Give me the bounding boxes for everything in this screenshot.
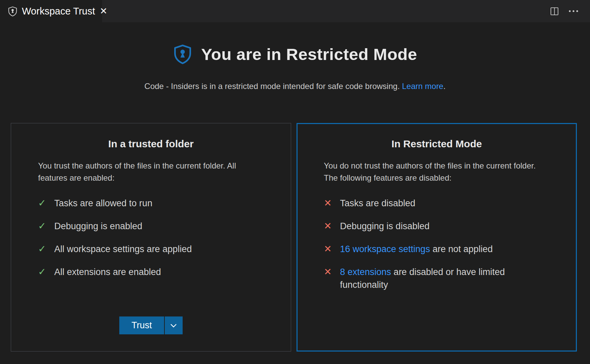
x-icon: ✕: [324, 220, 340, 233]
workspace-settings-link[interactable]: 16 workspace settings: [340, 244, 430, 254]
trusted-panel-title: In a trusted folder: [38, 138, 264, 150]
subtitle-period: .: [443, 82, 446, 91]
trusted-folder-panel[interactable]: In a trusted folder You trust the author…: [11, 123, 291, 352]
tab-workspace-trust[interactable]: Workspace Trust ✕: [0, 0, 102, 22]
restricted-feature-list: ✕ Tasks are disabled ✕ Debugging is disa…: [324, 197, 550, 301]
more-actions-icon[interactable]: [568, 9, 579, 13]
list-item: ✓ Tasks are allowed to run: [38, 197, 264, 210]
restricted-mode-hero: You are in Restricted Mode Code - Inside…: [0, 44, 590, 91]
x-icon: ✕: [324, 197, 340, 210]
restricted-panel-title: In Restricted Mode: [324, 138, 550, 150]
restricted-mode-shield-icon: [173, 44, 192, 65]
list-item: ✓ Debugging is enabled: [38, 220, 264, 233]
check-icon: ✓: [38, 220, 54, 233]
subtitle-text: Code - Insiders is in a restricted mode …: [145, 82, 402, 91]
learn-more-link[interactable]: Learn more: [402, 82, 443, 91]
trust-button[interactable]: Trust: [119, 316, 164, 334]
shield-icon: [7, 6, 18, 17]
editor-tab-bar: Workspace Trust ✕: [0, 0, 590, 22]
trust-button-row: Trust: [38, 316, 264, 334]
trust-dropdown-button[interactable]: [165, 316, 183, 334]
list-item: ✕ 16 workspace settings are not applied: [324, 243, 550, 255]
list-item-label: Debugging is enabled: [54, 220, 142, 233]
trusted-feature-list: ✓ Tasks are allowed to run ✓ Debugging i…: [38, 197, 264, 289]
page-title: You are in Restricted Mode: [201, 45, 417, 64]
list-item: ✓ All extensions are enabled: [38, 266, 264, 278]
list-item-label: All workspace settings are applied: [54, 243, 192, 255]
list-item: ✕ Debugging is disabled: [324, 220, 550, 233]
list-item-label: Tasks are allowed to run: [54, 197, 152, 210]
list-item: ✓ All workspace settings are applied: [38, 243, 264, 255]
x-icon: ✕: [324, 266, 340, 278]
split-editor-icon[interactable]: [550, 7, 559, 16]
restricted-mode-panel[interactable]: In Restricted Mode You do not trust the …: [297, 123, 577, 352]
chevron-down-icon: [169, 323, 178, 328]
check-icon: ✓: [38, 266, 54, 278]
extensions-link[interactable]: 8 extensions: [340, 267, 391, 277]
list-item-label: 16 workspace settings are not applied: [340, 243, 493, 255]
x-icon: ✕: [324, 243, 340, 255]
workspace-trust-editor: Workspace Trust ✕: [0, 0, 590, 352]
check-icon: ✓: [38, 197, 54, 210]
list-item: ✕ Tasks are disabled: [324, 197, 550, 210]
restricted-panel-description: You do not trust the authors of the file…: [324, 160, 550, 184]
list-item: ✕ 8 extensions are disabled or have limi…: [324, 266, 550, 291]
trusted-panel-description: You trust the authors of the files in th…: [38, 160, 264, 184]
list-item-text: are not applied: [430, 244, 493, 254]
hero-subtitle: Code - Insiders is in a restricted mode …: [0, 82, 590, 91]
check-icon: ✓: [38, 243, 54, 255]
tab-label: Workspace Trust: [22, 6, 95, 17]
list-item-label: Tasks are disabled: [340, 197, 415, 210]
tabbar-empty-space: [102, 0, 550, 22]
list-item-label: All extensions are enabled: [54, 266, 161, 278]
list-item-label: Debugging is disabled: [340, 220, 430, 233]
list-item-label: 8 extensions are disabled or have limite…: [340, 266, 550, 291]
editor-actions: [550, 0, 590, 22]
trust-panels: In a trusted folder You trust the author…: [11, 123, 579, 352]
